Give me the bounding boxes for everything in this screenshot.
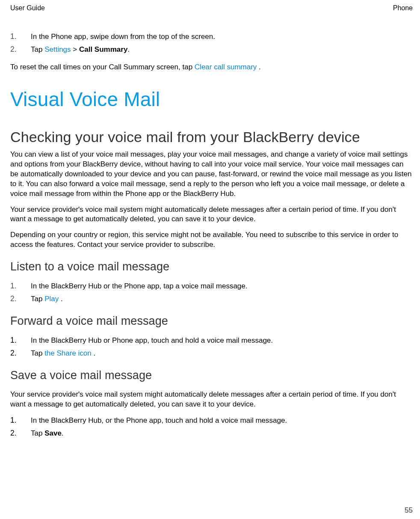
forward-list: 1. In the BlackBerry Hub or Phone app, t… [10, 335, 413, 359]
page: User Guide Phone 1. In the Phone app, sw… [0, 0, 420, 519]
text: . [59, 295, 62, 303]
list-number: 1. [10, 415, 31, 426]
list-number: 2. [10, 294, 31, 304]
play-link: Play [44, 295, 59, 303]
sub-heading: Forward a voice mail message [10, 314, 413, 328]
list-text: Tap Play . [31, 294, 413, 304]
body-paragraph: You can view a list of your voice mail m… [10, 150, 413, 199]
list-item: 1. In the BlackBerry Hub or the Phone ap… [10, 281, 413, 291]
text: . [127, 45, 130, 53]
list-text: In the BlackBerry Hub or the Phone app, … [31, 282, 413, 291]
text: . [257, 63, 260, 71]
page-header: User Guide Phone [10, 4, 413, 12]
text: > [71, 45, 79, 53]
list-text: Tap Save. [31, 429, 413, 439]
text: . [92, 349, 95, 357]
section-heading: Checking your voice mail from your Black… [10, 129, 413, 145]
text: Tap [31, 45, 44, 53]
body-paragraph: Your service provider's voice mail syste… [10, 390, 413, 409]
bold-text: Call Summary [79, 45, 127, 53]
list-text: In the BlackBerry Hub, or the Phone app,… [31, 416, 413, 426]
share-icon-link: the Share icon [44, 349, 92, 357]
sub-heading: Save a voice mail message [10, 369, 413, 382]
list-text: In the BlackBerry Hub or Phone app, touc… [31, 336, 413, 346]
list-item: 1. In the BlackBerry Hub or Phone app, t… [10, 335, 413, 346]
bold-text: Save [44, 429, 62, 437]
sub-heading: Listen to a voice mail message [10, 260, 413, 273]
text: Tap [31, 295, 44, 303]
settings-link: Settings [44, 45, 71, 53]
list-item: 2. Tap Save. [10, 428, 413, 439]
list-number: 2. [10, 348, 31, 359]
list-number: 1. [10, 32, 31, 42]
list-text: Tap Settings > Call Summary. [31, 45, 413, 55]
intro-paragraph: To reset the call times on your Call Sum… [10, 62, 413, 72]
save-list: 1. In the BlackBerry Hub, or the Phone a… [10, 415, 413, 439]
list-text: In the Phone app, swipe down from the to… [31, 32, 413, 42]
text: Tap [31, 429, 44, 437]
page-number: 55 [405, 506, 413, 515]
listen-list: 1. In the BlackBerry Hub or the Phone ap… [10, 281, 413, 304]
list-item: 1. In the BlackBerry Hub, or the Phone a… [10, 415, 413, 426]
body-paragraph: Your service provider's voice mail syste… [10, 205, 413, 225]
list-number: 2. [10, 428, 31, 439]
header-left: User Guide [10, 4, 45, 12]
clear-call-summary-link: Clear call summary [195, 63, 257, 71]
list-item: 2. Tap the Share icon . [10, 348, 413, 359]
list-item: 2. Tap Settings > Call Summary. [10, 44, 413, 55]
list-number: 1. [10, 335, 31, 346]
list-item: 2. Tap Play . [10, 294, 413, 304]
text: . [62, 429, 64, 437]
list-number: 1. [10, 281, 31, 291]
list-item: 1. In the Phone app, swipe down from the… [10, 32, 413, 42]
intro-list: 1. In the Phone app, swipe down from the… [10, 32, 413, 55]
text: Tap [31, 349, 44, 357]
header-right: Phone [393, 4, 413, 12]
text: To reset the call times on your Call Sum… [10, 63, 195, 71]
body-paragraph: Depending on your country or region, thi… [10, 230, 413, 250]
page-title: Visual Voice Mail [10, 88, 413, 111]
list-text: Tap the Share icon . [31, 349, 413, 359]
list-number: 2. [10, 44, 31, 55]
